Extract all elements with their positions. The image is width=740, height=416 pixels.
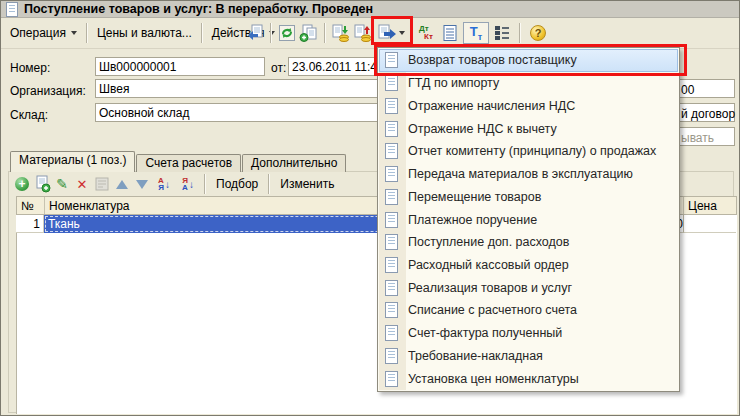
row-number-cell[interactable]: 1 [16, 215, 44, 233]
warehouse-value: Основной склад [99, 106, 189, 120]
sort-asc-button[interactable]: А Я ↓ [152, 174, 176, 194]
toolbar-doc-icons [244, 18, 374, 48]
toolbar-right-icons: Дт Кт Тт ? [415, 18, 549, 48]
settlement-hint-fragment: ывать [681, 131, 714, 145]
menu-item[interactable]: Отражение начисления НДС [379, 94, 678, 117]
date-field[interactable]: 23.06.2011 11:44 [288, 57, 378, 76]
menu-item-label: Возврат товаров поставщику [408, 53, 577, 67]
add-copy-button[interactable] [32, 174, 52, 194]
refresh-button[interactable] [276, 22, 298, 44]
toolbar-separator [270, 23, 272, 43]
counterparty-value-fragment: 00 [681, 83, 694, 97]
edit-row-button[interactable]: ✎ [52, 174, 72, 194]
document-icon [385, 189, 398, 205]
toolbar-separator [86, 23, 88, 43]
menu-item-label: Перемещение товаров [408, 190, 541, 204]
menu-item[interactable]: Отражение НДС к вычету [379, 117, 678, 140]
arrow-up-icon [116, 180, 128, 189]
row-price-cell[interactable] [683, 215, 736, 233]
operation-label: Операция [10, 26, 66, 40]
prices-label: Цены и валюта... [97, 26, 192, 40]
post-document-button[interactable] [330, 22, 352, 44]
dt-kt-button[interactable]: Дт Кт [415, 22, 437, 44]
menu-item[interactable]: Установка цен номенклатуры [379, 367, 678, 390]
num-column-header[interactable]: № [17, 197, 45, 214]
menu-item-label: Отражение НДС к вычету [408, 122, 557, 136]
menu-item-label: Реализация товаров и услуг [408, 281, 572, 295]
change-button[interactable]: Изменить [274, 175, 340, 193]
end-edit-icon [93, 175, 111, 193]
prices-currency-button[interactable]: Цены и валюта... [92, 23, 197, 43]
create-on-basis-icon [377, 24, 397, 42]
document-icon [385, 280, 398, 296]
unpost-document-button[interactable] [352, 22, 374, 44]
help-icon: ? [530, 25, 546, 41]
add-row-button[interactable]: + [12, 174, 32, 194]
menu-item[interactable]: Расходный кассовый ордер [379, 254, 678, 277]
delete-row-button[interactable]: ✕ [72, 174, 92, 194]
price-column-header[interactable]: Цена [684, 197, 736, 214]
window-title: Поступление товаров и услуг: В переработ… [24, 2, 373, 16]
organization-label: Организация: [10, 84, 86, 98]
totals-settings-button[interactable]: Тт [463, 22, 489, 44]
delete-icon: ✕ [77, 177, 88, 192]
document-icon [385, 212, 398, 228]
menu-item-label: Счет-фактура полученный [408, 326, 562, 340]
copy-icon [299, 24, 319, 42]
structure-icon [493, 24, 511, 42]
menu-item[interactable]: Поступление доп. расходов [379, 231, 678, 254]
menu-item-label: Поступление доп. расходов [408, 235, 569, 249]
warehouse-label: Склад: [10, 108, 48, 122]
copy-button[interactable] [298, 22, 320, 44]
sort-desc-icon: Я А [182, 177, 188, 191]
app-window: Поступление товаров и услуг: В переработ… [0, 0, 740, 416]
warehouse-field[interactable]: Основной склад [95, 103, 395, 122]
menu-item[interactable]: Перемещение товаров [379, 185, 678, 208]
dropdown-menu: Возврат товаров поставщику ГТД по импорт… [377, 47, 680, 392]
toolbar-separator [204, 174, 206, 194]
document-icon [385, 166, 398, 182]
move-down-button[interactable] [132, 174, 152, 194]
menu-item[interactable]: Требование-накладная [379, 345, 678, 368]
dt-kt-icon: Дт Кт [419, 25, 433, 41]
document-icon [385, 143, 398, 159]
menu-item[interactable]: Платежное поручение [379, 208, 678, 231]
number-field[interactable]: Шв000000001 [95, 57, 265, 76]
menu-item-label: Платежное поручение [408, 213, 537, 227]
menu-item[interactable]: Списание с расчетного счета [379, 299, 678, 322]
number-value: Шв000000001 [99, 60, 176, 74]
postings-list-button[interactable] [439, 22, 461, 44]
end-edit-button[interactable] [92, 174, 112, 194]
menu-item[interactable]: Передача материалов в эксплуатацию [379, 163, 678, 186]
write-button[interactable] [244, 22, 266, 44]
menu-item[interactable]: ГТД по импорту [379, 72, 678, 95]
document-icon [385, 302, 398, 318]
table-toolbar: + ✎ ✕ А [12, 173, 340, 195]
totals-icon: Тт [470, 24, 482, 42]
create-on-basis-button[interactable] [376, 22, 406, 44]
tab-additional[interactable]: Дополнительно [242, 154, 346, 172]
add-icon: + [15, 177, 29, 191]
menu-item[interactable]: Возврат товаров поставщику [379, 49, 678, 72]
sort-desc-button[interactable]: Я А ↓ [176, 174, 200, 194]
menu-item[interactable]: Счет-фактура полученный [379, 322, 678, 345]
chevron-down-icon [71, 31, 77, 35]
structure-button[interactable] [491, 22, 513, 44]
unpost-icon [353, 24, 373, 42]
arrow-down-icon [136, 180, 148, 189]
postings-list-icon [441, 24, 459, 42]
menu-item[interactable]: Отчет комитенту (принципалу) о продажах [379, 140, 678, 163]
write-icon [246, 24, 264, 42]
move-up-button[interactable] [112, 174, 132, 194]
tab-strip: Материалы (1 поз.) Счета расчетов Дополн… [10, 151, 347, 172]
organization-value: Швея [99, 82, 129, 96]
tab-accounts[interactable]: Счета расчетов [136, 154, 241, 172]
toolbar-separator [268, 174, 270, 194]
help-button[interactable]: ? [527, 22, 549, 44]
menu-item[interactable]: Реализация товаров и услуг [379, 276, 678, 299]
pick-button[interactable]: Подбор [210, 175, 264, 193]
document-icon [385, 98, 398, 114]
toolbar-separator [519, 23, 521, 43]
tab-materials[interactable]: Материалы (1 поз.) [10, 151, 135, 172]
operation-button[interactable]: Операция [5, 23, 82, 43]
